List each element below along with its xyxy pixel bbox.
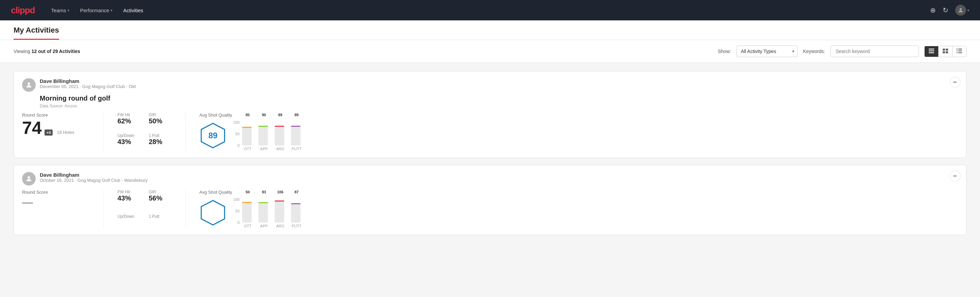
avg-shot-quality-section: Avg Shot Quality 100 — [199, 190, 958, 228]
svg-rect-7 — [946, 51, 948, 53]
activity-card: ✏ Dave Billingham December 05, 2021 · Go… — [14, 71, 966, 158]
section-divider — [103, 190, 104, 228]
svg-rect-1 — [929, 49, 934, 50]
card-header: Dave Billingham October 16, 2021 · Gog M… — [22, 172, 958, 185]
edit-button[interactable]: ✏ — [950, 171, 961, 182]
stat-label: Up/Down — [118, 133, 141, 138]
nav-teams[interactable]: Teams ▾ — [51, 5, 69, 16]
add-icon[interactable]: ⊕ — [930, 6, 936, 14]
bar-axis-label: PUTT — [292, 224, 302, 228]
score-value-row: — — [22, 196, 90, 209]
chart-y-axis: 100 50 0 — [233, 120, 239, 147]
stat-label: FW Hit — [118, 190, 141, 194]
bar-value: 87 — [294, 190, 299, 194]
quality-container: Avg Shot Quality 89 100 — [199, 112, 302, 151]
score-section: Round Score 74 +4 18 Holes — [22, 112, 90, 151]
stat-item: GIR 50% — [149, 112, 172, 131]
bar-value: 106 — [277, 190, 283, 194]
refresh-icon[interactable]: ↻ — [943, 6, 948, 14]
score-label: Round Score — [22, 190, 90, 195]
stat-label: GIR — [149, 190, 172, 194]
bar-wrapper — [258, 118, 269, 145]
logo[interactable]: clippd — [11, 5, 35, 16]
stat-label: FW Hit — [118, 112, 141, 117]
bar-value: 94 — [245, 190, 250, 194]
stat-item: 1 Putt — [149, 214, 172, 228]
bar-axis-label: OTT — [244, 224, 251, 228]
hex-svg — [199, 199, 226, 226]
bar-value: 89 — [294, 113, 299, 117]
svg-marker-17 — [201, 201, 225, 225]
svg-rect-12 — [956, 52, 958, 53]
svg-point-0 — [959, 8, 962, 10]
bar-col: 93 APP — [258, 190, 269, 228]
svg-rect-8 — [956, 49, 958, 50]
chart-y-axis: 100 50 0 — [233, 198, 239, 225]
activity-type-select-wrapper: All Activity Types — [737, 46, 798, 57]
stats-section: FW Hit 62% GIR 50% Up/Down 43% 1 Pu — [118, 112, 172, 151]
nav-activities[interactable]: Activities — [123, 5, 143, 16]
user-name: Dave Billingham — [40, 78, 136, 84]
view-toggle-group — [924, 46, 966, 57]
svg-rect-11 — [958, 50, 962, 51]
bar-wrapper — [258, 195, 269, 223]
bar-axis-label: APP — [260, 147, 267, 151]
stat-value: 43% — [118, 194, 141, 202]
bar-axis-label: ARG — [276, 224, 284, 228]
stat-item: Up/Down — [118, 214, 141, 228]
svg-rect-4 — [943, 49, 945, 51]
activity-date: October 16, 2021 · Gog Magog Golf Club -… — [40, 178, 147, 183]
filter-bar: Viewing 12 out of 29 Activities Show: Al… — [0, 40, 980, 63]
score-badge: +4 — [45, 129, 53, 136]
stat-item: Up/Down 43% — [118, 133, 141, 151]
main-content: ✏ Dave Billingham December 05, 2021 · Go… — [0, 63, 980, 250]
stat-label: GIR — [149, 112, 172, 117]
bar-col: 87 PUTT — [291, 190, 302, 228]
bar-axis-label: APP — [260, 224, 267, 228]
stat-label: Up/Down — [118, 214, 141, 219]
section-divider — [185, 112, 186, 151]
stat-value: 50% — [149, 117, 172, 125]
bar-col: 89 PUTT — [291, 113, 302, 151]
bar-value: 90 — [262, 113, 266, 117]
hexagon — [199, 199, 226, 226]
user-menu[interactable]: ▾ — [955, 5, 969, 16]
svg-rect-5 — [946, 49, 948, 51]
navbar: clippd Teams ▾ Performance ▾ Activities … — [0, 0, 980, 21]
avatar — [22, 78, 36, 92]
bar-value: 85 — [245, 113, 250, 117]
activity-type-select[interactable]: All Activity Types — [737, 46, 798, 57]
stat-value: 43% — [118, 138, 141, 146]
svg-rect-3 — [929, 52, 934, 53]
view-list-compact-button[interactable] — [925, 46, 939, 57]
hexagon-container — [199, 199, 226, 226]
activity-card: ✏ Dave Billingham October 16, 2021 · Gog… — [14, 165, 966, 235]
bar-wrapper — [275, 118, 286, 145]
card-body: Round Score 74 +4 18 Holes FW Hit 62% — [22, 112, 958, 151]
nav-right: ⊕ ↻ ▾ — [930, 5, 969, 16]
nav-performance[interactable]: Performance ▾ — [80, 5, 112, 16]
svg-rect-2 — [929, 50, 934, 51]
view-grid-button[interactable] — [939, 46, 953, 57]
bar-wrapper — [275, 195, 286, 223]
page-header: My Activities — [0, 21, 980, 40]
edit-button[interactable]: ✏ — [950, 77, 961, 88]
show-label: Show: — [718, 49, 731, 54]
bar-axis-label: PUTT — [292, 147, 302, 151]
bar-value: 93 — [262, 190, 266, 194]
stat-item: GIR 56% — [149, 190, 172, 211]
card-body: Round Score — FW Hit 43% GIR — [22, 190, 958, 228]
hexagon: 89 — [199, 122, 226, 149]
score-partial: — — [22, 196, 33, 209]
view-list-detail-button[interactable] — [953, 46, 966, 57]
user-name: Dave Billingham — [40, 172, 147, 178]
activity-title: Morning round of golf — [40, 94, 958, 102]
bar-value: 89 — [278, 113, 282, 117]
avg-shot-quality-section: Avg Shot Quality 89 100 — [199, 112, 958, 151]
stat-item: FW Hit 62% — [118, 112, 141, 131]
stat-value: 62% — [118, 117, 141, 125]
search-input[interactable] — [830, 46, 919, 57]
user-info: Dave Billingham October 16, 2021 · Gog M… — [40, 172, 147, 183]
bar-axis-label: ARG — [276, 147, 284, 151]
card-header: Dave Billingham December 05, 2021 · Gog … — [22, 78, 958, 92]
